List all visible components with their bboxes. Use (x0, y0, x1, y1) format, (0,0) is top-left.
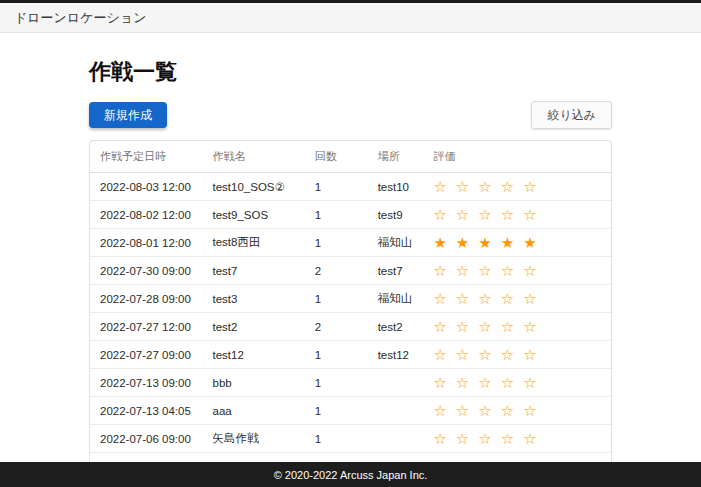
operations-table: 作戦予定日時作戦名回数場所評価 2022-08-03 12:00test10_S… (90, 141, 611, 453)
table-row[interactable]: 2022-08-01 12:00test8西田1福知山★★★★★ (90, 229, 611, 257)
cell-count: 1 (305, 397, 368, 425)
star-outline-icon: ☆ (433, 262, 446, 279)
filter-button[interactable]: 絞り込み (531, 101, 612, 129)
cell-place: test12 (368, 341, 424, 369)
page-title: 作戦一覧 (89, 57, 612, 87)
cell-count: 1 (305, 173, 368, 201)
star-outline-icon: ☆ (501, 178, 514, 195)
cell-datetime: 2022-07-13 04:05 (90, 397, 203, 425)
cell-datetime: 2022-07-27 09:00 (90, 341, 203, 369)
cell-rating: ☆☆☆☆☆ (423, 173, 611, 201)
cell-name: 矢島作戦 (203, 425, 305, 453)
cell-place (368, 397, 424, 425)
cell-count: 1 (305, 229, 368, 257)
star-outline-icon: ☆ (478, 374, 491, 391)
column-header: 評価 (423, 141, 611, 173)
star-outline-icon: ☆ (478, 346, 491, 363)
cell-rating: ☆☆☆☆☆ (423, 397, 611, 425)
cell-place: test9 (368, 201, 424, 229)
cell-place (368, 369, 424, 397)
cell-name: test3 (203, 285, 305, 313)
cell-count: 2 (305, 313, 368, 341)
star-filled-icon: ★ (501, 234, 514, 251)
star-outline-icon: ☆ (456, 290, 469, 307)
star-filled-icon: ★ (478, 234, 491, 251)
star-outline-icon: ☆ (433, 206, 446, 223)
column-header: 作戦予定日時 (90, 141, 203, 173)
copyright-text: © 2020-2022 Arcuss Japan Inc. (274, 469, 428, 481)
table-row[interactable]: 2022-07-27 12:00test22test2☆☆☆☆☆ (90, 313, 611, 341)
cell-place: 福知山 (368, 229, 424, 257)
star-outline-icon: ☆ (456, 178, 469, 195)
star-outline-icon: ☆ (501, 374, 514, 391)
cell-rating: ☆☆☆☆☆ (423, 341, 611, 369)
cell-count: 1 (305, 369, 368, 397)
star-outline-icon: ☆ (501, 290, 514, 307)
cell-place (368, 425, 424, 453)
table-row[interactable]: 2022-07-13 09:00bbb1☆☆☆☆☆ (90, 369, 611, 397)
cell-place: test7 (368, 257, 424, 285)
star-outline-icon: ☆ (501, 346, 514, 363)
table-row[interactable]: 2022-08-02 12:00test9_SOS1test9☆☆☆☆☆ (90, 201, 611, 229)
star-filled-icon: ★ (433, 234, 446, 251)
table-row[interactable]: 2022-07-27 09:00test121test12☆☆☆☆☆ (90, 341, 611, 369)
star-outline-icon: ☆ (456, 318, 469, 335)
toolbar: 新規作成 絞り込み (89, 101, 612, 129)
star-outline-icon: ☆ (501, 206, 514, 223)
star-outline-icon: ☆ (523, 430, 536, 447)
star-filled-icon: ★ (456, 234, 469, 251)
table-row[interactable]: 2022-07-13 04:05aaa1☆☆☆☆☆ (90, 397, 611, 425)
star-outline-icon: ☆ (501, 262, 514, 279)
cell-rating: ☆☆☆☆☆ (423, 285, 611, 313)
operations-table-card: 作戦予定日時作戦名回数場所評価 2022-08-03 12:00test10_S… (89, 140, 612, 487)
column-header: 場所 (368, 141, 424, 173)
table-row[interactable]: 2022-07-28 09:00test31福知山☆☆☆☆☆ (90, 285, 611, 313)
cell-name: aaa (203, 397, 305, 425)
table-row[interactable]: 2022-08-03 12:00test10_SOS②1test10☆☆☆☆☆ (90, 173, 611, 201)
star-outline-icon: ☆ (433, 402, 446, 419)
star-outline-icon: ☆ (501, 430, 514, 447)
star-outline-icon: ☆ (433, 430, 446, 447)
star-outline-icon: ☆ (456, 262, 469, 279)
star-outline-icon: ☆ (523, 178, 536, 195)
cell-rating: ☆☆☆☆☆ (423, 313, 611, 341)
cell-datetime: 2022-08-02 12:00 (90, 201, 203, 229)
star-outline-icon: ☆ (523, 290, 536, 307)
app-header: ドローンロケーション (0, 0, 701, 33)
cell-rating: ☆☆☆☆☆ (423, 425, 611, 453)
cell-datetime: 2022-08-03 12:00 (90, 173, 203, 201)
table-row[interactable]: 2022-07-30 09:00test72test7☆☆☆☆☆ (90, 257, 611, 285)
star-outline-icon: ☆ (478, 262, 491, 279)
cell-name: test9_SOS (203, 201, 305, 229)
star-outline-icon: ☆ (501, 318, 514, 335)
star-outline-icon: ☆ (456, 430, 469, 447)
star-outline-icon: ☆ (523, 318, 536, 335)
star-outline-icon: ☆ (478, 402, 491, 419)
cell-count: 1 (305, 341, 368, 369)
star-outline-icon: ☆ (523, 346, 536, 363)
table-row[interactable]: 2022-07-06 09:00矢島作戦1☆☆☆☆☆ (90, 425, 611, 453)
star-outline-icon: ☆ (478, 178, 491, 195)
app-title: ドローンロケーション (14, 9, 146, 27)
star-outline-icon: ☆ (456, 374, 469, 391)
cell-rating: ☆☆☆☆☆ (423, 201, 611, 229)
cell-name: test12 (203, 341, 305, 369)
column-header: 回数 (305, 141, 368, 173)
create-button[interactable]: 新規作成 (89, 102, 167, 128)
cell-name: test8西田 (203, 229, 305, 257)
cell-place: test10 (368, 173, 424, 201)
cell-datetime: 2022-07-13 09:00 (90, 369, 203, 397)
cell-place: 福知山 (368, 285, 424, 313)
main-content: 作戦一覧 新規作成 絞り込み 作戦予定日時作戦名回数場所評価 2022-08-0… (0, 33, 701, 487)
star-filled-icon: ★ (523, 234, 536, 251)
star-outline-icon: ☆ (478, 430, 491, 447)
cell-datetime: 2022-07-30 09:00 (90, 257, 203, 285)
star-outline-icon: ☆ (433, 290, 446, 307)
app-footer: © 2020-2022 Arcuss Japan Inc. (0, 462, 701, 487)
cell-datetime: 2022-07-27 12:00 (90, 313, 203, 341)
cell-count: 2 (305, 257, 368, 285)
cell-name: bbb (203, 369, 305, 397)
cell-datetime: 2022-07-28 09:00 (90, 285, 203, 313)
star-outline-icon: ☆ (523, 262, 536, 279)
cell-rating: ★★★★★ (423, 229, 611, 257)
